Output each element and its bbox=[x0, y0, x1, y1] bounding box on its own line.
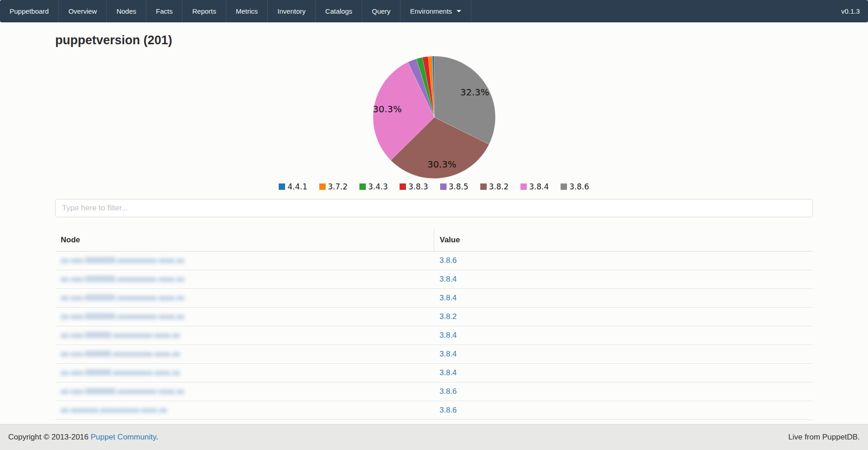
legend-item-3.8.4: 3.8.4 bbox=[520, 182, 549, 191]
value-cell: 3.8.6 bbox=[434, 382, 813, 401]
value-link[interactable]: 3.8.4 bbox=[440, 293, 457, 302]
table-row: xx-xxx-0000000.xxxxxxxxxx-xxxx.xx3.8.4 bbox=[55, 289, 813, 308]
legend-item-3.7.2: 3.7.2 bbox=[319, 182, 348, 191]
column-header-value: Value bbox=[434, 229, 813, 251]
chart-legend: 4.4.13.7.23.4.33.8.33.8.53.8.23.8.43.8.6 bbox=[55, 182, 813, 191]
legend-label: 3.4.3 bbox=[368, 182, 388, 191]
legend-swatch-icon bbox=[440, 183, 447, 190]
legend-item-3.8.5: 3.8.5 bbox=[440, 182, 468, 191]
table-row: xx-xxx-000000.xxxxxxxxxx-xxxx.xx3.8.4 bbox=[55, 326, 813, 345]
footer-copyright: Copyright © 2013-2016 Puppet Community. bbox=[8, 433, 158, 442]
nav-dropdown-environments[interactable]: Environments bbox=[400, 0, 471, 22]
puppet-community-link[interactable]: Puppet Community bbox=[91, 433, 156, 441]
node-cell: xx-xxx-0000000.xxxxxxxxxx-xxxx.xx bbox=[55, 382, 434, 401]
value-cell: 3.8.4 bbox=[434, 289, 813, 308]
nav-item-nodes[interactable]: Nodes bbox=[107, 0, 146, 22]
node-link[interactable]: xx-xxx-000000.xxxxxxxxxx-xxxx.xx bbox=[61, 350, 180, 358]
legend-label: 3.7.2 bbox=[328, 182, 348, 191]
navbar: Puppetboard OverviewNodesFactsReportsMet… bbox=[0, 0, 868, 22]
node-cell: xx-xxx-000000.xxxxxxxxxx-xxxx.xx bbox=[55, 326, 434, 345]
value-link[interactable]: 3.8.4 bbox=[440, 368, 457, 377]
nav-item-catalogs[interactable]: Catalogs bbox=[316, 0, 362, 22]
fact-table: Node Value xx-xxx-0000000.xxxxxxxxxx-xxx… bbox=[55, 229, 813, 420]
value-cell: 3.8.4 bbox=[434, 345, 813, 364]
node-link[interactable]: xx-xxx-000000.xxxxxxxxxx-xxxx.xx bbox=[61, 368, 180, 377]
value-cell: 3.8.4 bbox=[434, 326, 813, 345]
fact-table-head: Node Value bbox=[55, 229, 813, 251]
node-cell: xx-xxx-0000000.xxxxxxxxxx-xxxx.xx bbox=[55, 270, 434, 289]
node-link[interactable]: xx-xxx-0000000.xxxxxxxxxx-xxxx.xx bbox=[61, 387, 184, 396]
node-link[interactable]: xx-xxx-0000000.xxxxxxxxxx-xxxx.xx bbox=[61, 275, 184, 283]
legend-item-3.4.3: 3.4.3 bbox=[359, 182, 388, 191]
fact-table-body: xx-xxx-0000000.xxxxxxxxxx-xxxx.xx3.8.6xx… bbox=[55, 251, 813, 420]
table-row: xx-xxx-000000.xxxxxxxxxx-xxxx.xx3.8.4 bbox=[55, 364, 813, 382]
nav-dropdown-environments-label: Environments bbox=[410, 7, 452, 15]
table-row: xx-xxx-000000.xxxxxxxxxx-xxxx.xx3.8.4 bbox=[55, 345, 813, 364]
node-cell: xx-xxxxxxx.xxxxxxxxxx-xxxx.xx bbox=[55, 401, 434, 420]
main-content: puppetversion (201) 32.3%30.3%30.3% 4.4.… bbox=[55, 33, 813, 420]
table-row: xx-xxx-0000000.xxxxxxxxxx-xxxx.xx3.8.6 bbox=[55, 382, 813, 401]
value-cell: 3.8.6 bbox=[434, 251, 813, 270]
table-row: xx-xxx-0000000.xxxxxxxxxx-xxxx.xx3.8.6 bbox=[55, 251, 813, 270]
value-link[interactable]: 3.8.2 bbox=[440, 312, 457, 321]
legend-swatch-icon bbox=[520, 183, 527, 190]
column-header-node: Node bbox=[55, 229, 434, 251]
node-link[interactable]: xx-xxx-0000000.xxxxxxxxxx-xxxx.xx bbox=[61, 256, 184, 265]
legend-item-3.8.2: 3.8.2 bbox=[480, 182, 509, 191]
nav-brand-puppetboard[interactable]: Puppetboard bbox=[0, 0, 59, 22]
value-link[interactable]: 3.8.6 bbox=[440, 406, 457, 414]
pie-percent-label: 30.3% bbox=[373, 104, 402, 115]
footer-status: Live from PuppetDB. bbox=[788, 433, 860, 442]
node-cell: xx-xxx-0000000.xxxxxxxxxx-xxxx.xx bbox=[55, 289, 434, 308]
legend-swatch-icon bbox=[319, 183, 326, 190]
node-cell: xx-xxx-000000.xxxxxxxxxx-xxxx.xx bbox=[55, 364, 434, 382]
nav-item-overview[interactable]: Overview bbox=[59, 0, 107, 22]
legend-item-4.4.1: 4.4.1 bbox=[279, 182, 307, 191]
node-link[interactable]: xx-xxx-0000000.xxxxxxxxxx-xxxx.xx bbox=[61, 312, 184, 321]
value-cell: 3.8.6 bbox=[434, 401, 813, 420]
node-cell: xx-xxx-000000.xxxxxxxxxx-xxxx.xx bbox=[55, 345, 434, 364]
legend-label: 3.8.5 bbox=[449, 182, 468, 191]
legend-swatch-icon bbox=[359, 183, 366, 190]
legend-label: 3.8.4 bbox=[529, 182, 549, 191]
table-row: xx-xxx-0000000.xxxxxxxxxx-xxxx.xx3.8.2 bbox=[55, 308, 813, 326]
legend-label: 4.4.1 bbox=[287, 182, 307, 191]
footer-copyright-text: Copyright © 2013-2016 bbox=[8, 433, 91, 441]
footer: Copyright © 2013-2016 Puppet Community. … bbox=[0, 424, 868, 450]
nav-items: OverviewNodesFactsReportsMetricsInventor… bbox=[59, 0, 400, 22]
chevron-down-icon bbox=[457, 10, 461, 12]
table-row: xx-xxxxxxx.xxxxxxxxxx-xxxx.xx3.8.6 bbox=[55, 401, 813, 420]
legend-swatch-icon bbox=[480, 183, 487, 190]
fact-pie-chart: 32.3%30.3%30.3% 4.4.13.7.23.4.33.8.33.8.… bbox=[55, 53, 813, 191]
nav-item-inventory[interactable]: Inventory bbox=[268, 0, 316, 22]
legend-label: 3.8.3 bbox=[408, 182, 428, 191]
value-link[interactable]: 3.8.6 bbox=[440, 256, 457, 265]
value-link[interactable]: 3.8.4 bbox=[440, 331, 457, 340]
footer-copyright-period: . bbox=[156, 433, 158, 441]
value-cell: 3.8.4 bbox=[434, 364, 813, 382]
node-link[interactable]: xx-xxx-0000000.xxxxxxxxxx-xxxx.xx bbox=[61, 293, 184, 302]
nav-item-query[interactable]: Query bbox=[362, 0, 400, 22]
filter-input[interactable] bbox=[55, 199, 813, 217]
value-link[interactable]: 3.8.4 bbox=[440, 275, 457, 283]
table-row: xx-xxx-0000000.xxxxxxxxxx-xxxx.xx3.8.4 bbox=[55, 270, 813, 289]
pie-percent-label: 32.3% bbox=[460, 87, 489, 98]
legend-swatch-icon bbox=[400, 183, 406, 190]
node-link[interactable]: xx-xxxxxxx.xxxxxxxxxx-xxxx.xx bbox=[61, 406, 167, 414]
nav-item-metrics[interactable]: Metrics bbox=[226, 0, 268, 22]
value-link[interactable]: 3.8.6 bbox=[440, 387, 457, 396]
legend-label: 3.8.6 bbox=[569, 182, 589, 191]
node-cell: xx-xxx-0000000.xxxxxxxxxx-xxxx.xx bbox=[55, 251, 434, 270]
nav-item-reports[interactable]: Reports bbox=[182, 0, 226, 22]
legend-swatch-icon bbox=[279, 183, 285, 190]
nav-item-facts[interactable]: Facts bbox=[146, 0, 183, 22]
page-title: puppetversion (201) bbox=[55, 33, 813, 47]
legend-swatch-icon bbox=[561, 183, 567, 190]
legend-item-3.8.3: 3.8.3 bbox=[400, 182, 428, 191]
node-link[interactable]: xx-xxx-000000.xxxxxxxxxx-xxxx.xx bbox=[61, 331, 180, 340]
fact-table-header-row: Node Value bbox=[55, 229, 813, 251]
value-link[interactable]: 3.8.4 bbox=[440, 350, 457, 358]
value-cell: 3.8.2 bbox=[434, 308, 813, 326]
legend-label: 3.8.2 bbox=[489, 182, 509, 191]
value-cell: 3.8.4 bbox=[434, 270, 813, 289]
